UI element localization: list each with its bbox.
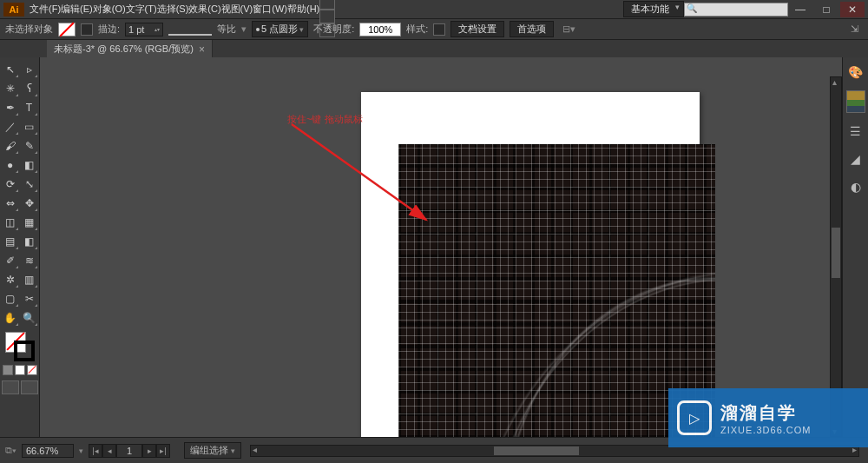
document-tab-bar: 未标题-3* @ 66.67% (RGB/预览) × — [0, 40, 868, 59]
document-tab[interactable]: 未标题-3* @ 66.67% (RGB/预览) × — [47, 40, 213, 58]
hscroll-thumb[interactable] — [494, 446, 579, 455]
menu-select[interactable]: 选择(S) — [157, 3, 189, 16]
selection-tool[interactable]: ↖ — [2, 61, 19, 78]
color-mode-none[interactable] — [27, 365, 37, 375]
eyedropper-tool[interactable]: ✐ — [2, 252, 19, 269]
maximize-button[interactable]: □ — [814, 2, 838, 17]
panel-brushes-icon[interactable]: ◢ — [846, 149, 865, 169]
zoom-dropdown-icon[interactable]: ▾ — [79, 446, 83, 455]
line-tool[interactable]: ／ — [2, 118, 19, 136]
hand-tool[interactable]: ✋ — [2, 309, 19, 327]
dock-icon[interactable]: ⧉▾ — [5, 445, 16, 456]
pen-tool[interactable]: ✒ — [2, 99, 19, 116]
brush-dot-icon — [256, 28, 260, 31]
minimize-button[interactable]: — — [788, 2, 812, 17]
perspective-tool[interactable]: ▦ — [21, 214, 38, 231]
pencil-tool[interactable]: ✎ — [21, 137, 38, 155]
mesh-tool[interactable]: ▤ — [2, 233, 19, 250]
toolbox: ↖▹✳ʕ✒T／▭🖌✎●◧⟳⤡⇔✥◫▦▤◧✐≋✲▥▢✂✋🔍 — [0, 57, 40, 437]
vertical-scrollbar[interactable] — [830, 76, 842, 437]
opacity-input[interactable]: 100% — [359, 23, 401, 36]
menu-effect[interactable]: 效果(C) — [188, 3, 220, 16]
artboard-prev-button[interactable]: ◂ — [102, 444, 116, 458]
zoom-field[interactable]: 66.67% — [22, 444, 74, 458]
artboard-next-button[interactable]: ▸ — [142, 444, 156, 458]
vscroll-thumb[interactable] — [832, 228, 840, 278]
menu-file[interactable]: 文件(F) — [30, 3, 61, 16]
panel-stroke-icon[interactable]: ☰ — [846, 122, 865, 141]
free-transform-tool[interactable]: ✥ — [21, 195, 38, 212]
watermark-url: ZIXUE.3D66.COM — [720, 425, 811, 435]
stepper-icon[interactable]: ▴▾ — [155, 27, 160, 32]
direct-selection-tool[interactable]: ▹ — [21, 61, 38, 78]
slice-tool[interactable]: ✂ — [21, 290, 38, 308]
fill-swatch-none[interactable] — [58, 23, 76, 36]
color-mode-gradient[interactable] — [15, 365, 25, 375]
menu-object[interactable]: 对象(O) — [93, 3, 126, 16]
blob-brush-tool[interactable]: ● — [2, 156, 19, 174]
workspace-switcher[interactable]: 基本功能 — [623, 1, 684, 17]
symbol-sprayer-tool[interactable]: ✲ — [2, 271, 19, 288]
watermark-title: 溜溜自学 — [720, 401, 811, 425]
screen-mode-normal-icon[interactable] — [2, 380, 19, 394]
stroke-swatch-box[interactable] — [14, 341, 35, 361]
eraser-tool[interactable]: ◧ — [21, 156, 38, 174]
brush-selector[interactable]: 5 点圆形 ▾ — [252, 21, 308, 37]
artboard-nav: |◂ ◂ 1 ▸ ▸| — [89, 444, 170, 458]
stroke-label: 描边: — [98, 23, 120, 36]
artboard-last-button[interactable]: ▸| — [156, 444, 170, 458]
artboard-first-button[interactable]: |◂ — [89, 444, 102, 458]
stroke-weight-value: 1 pt — [128, 24, 144, 35]
artboard-tool[interactable]: ▢ — [2, 290, 19, 308]
artboard-number-field[interactable]: 1 — [116, 444, 142, 458]
stroke-swatch[interactable] — [81, 23, 93, 36]
right-panel-dock: 🎨 ☰ ◢ ◐ — [842, 57, 868, 437]
stroke-profile[interactable] — [168, 23, 212, 36]
column-graph-tool[interactable]: ▥ — [21, 271, 38, 288]
selection-tool-label[interactable]: 编组选择 — [184, 442, 241, 459]
lasso-tool[interactable]: ʕ — [21, 80, 38, 97]
document-setup-button[interactable]: 文档设置 — [450, 21, 504, 37]
layout-icon-2[interactable] — [319, 0, 335, 10]
app-logo: Ai — [3, 3, 24, 17]
type-tool[interactable]: T — [21, 99, 38, 116]
stroke-weight-input[interactable]: 1 pt ▴▾ — [125, 23, 163, 36]
fill-stroke-control[interactable] — [5, 332, 35, 361]
gradient-tool[interactable]: ◧ — [21, 233, 38, 250]
search-input[interactable] — [684, 3, 788, 17]
magic-wand-tool[interactable]: ✳ — [2, 80, 19, 97]
panel-swatches-icon[interactable] — [846, 90, 865, 113]
panel-symbols-icon[interactable]: ◐ — [846, 177, 865, 196]
control-bar: 未选择对象 描边: 1 pt ▴▾ 等比 ▾ 5 点圆形 ▾ 不透明度: 100… — [0, 19, 868, 40]
brush-name: 5 点圆形 — [261, 23, 298, 36]
annotation-arrow-icon — [287, 120, 444, 233]
scale-tool[interactable]: ⤡ — [21, 175, 38, 193]
preferences-button[interactable]: 首选项 — [510, 21, 554, 37]
collapse-control-icon[interactable]: ⇲ — [851, 23, 863, 35]
menu-help[interactable]: 帮助(H) — [287, 3, 319, 16]
main-area: ↖▹✳ʕ✒T／▭🖌✎●◧⟳⤡⇔✥◫▦▤◧✐≋✲▥▢✂✋🔍 按住~键 拖动鼠标 — [0, 57, 868, 437]
menu-type[interactable]: 文字(T) — [126, 3, 157, 16]
canvas: 按住~键 拖动鼠标 — [40, 57, 842, 437]
panel-color-icon[interactable]: 🎨 — [846, 63, 865, 82]
document-tab-label: 未标题-3* @ 66.67% (RGB/预览) — [54, 43, 194, 56]
shape-builder-tool[interactable]: ◫ — [2, 214, 19, 231]
menu-edit[interactable]: 编辑(E) — [61, 3, 93, 16]
screen-mode-full-icon[interactable] — [21, 380, 38, 394]
rotate-tool[interactable]: ⟳ — [2, 175, 19, 193]
close-button[interactable]: ✕ — [840, 2, 865, 17]
color-mode-row — [3, 365, 37, 375]
width-tool[interactable]: ⇔ — [2, 195, 19, 212]
menu-window[interactable]: 窗口(W) — [253, 3, 287, 16]
close-tab-icon[interactable]: × — [199, 43, 205, 56]
menu-view[interactable]: 视图(V) — [221, 3, 253, 16]
align-icon[interactable]: ⊟▾ — [562, 23, 575, 35]
zoom-tool[interactable]: 🔍 — [21, 309, 38, 327]
style-swatch[interactable] — [433, 23, 445, 36]
rectangle-tool[interactable]: ▭ — [21, 118, 38, 136]
color-mode-normal[interactable] — [3, 365, 13, 375]
paintbrush-tool[interactable]: 🖌 — [2, 137, 19, 155]
blend-tool[interactable]: ≋ — [21, 252, 38, 269]
opacity-label: 不透明度: — [313, 23, 354, 36]
layout-icon-3[interactable] — [319, 10, 335, 23]
